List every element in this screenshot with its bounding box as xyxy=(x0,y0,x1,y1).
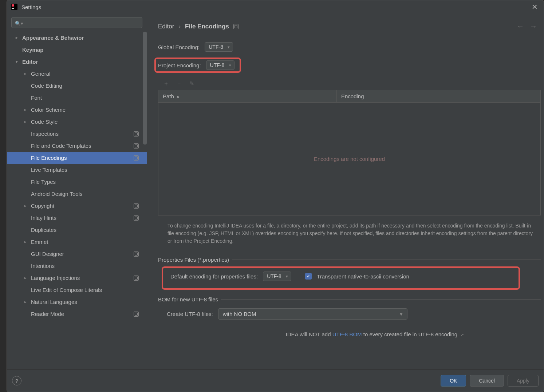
sidebar-item[interactable]: Language Injections xyxy=(7,272,147,284)
cfg-scope-icon xyxy=(134,155,139,161)
add-icon[interactable]: ＋ xyxy=(163,80,169,88)
properties-section-header: Properties Files (*.properties) xyxy=(158,257,541,263)
encodings-table: Path ▲ Encoding Encodings are not config… xyxy=(158,90,541,215)
chevron-right-icon xyxy=(23,203,28,208)
sidebar-item[interactable]: Reader Mode xyxy=(7,308,147,320)
help-button[interactable]: ? xyxy=(12,376,21,385)
global-encoding-label: Global Encoding: xyxy=(158,44,200,50)
sidebar-item-label: Color Scheme xyxy=(31,107,66,113)
cfg-scope-icon xyxy=(134,276,139,281)
sidebar-item-label: Code Editing xyxy=(31,83,62,89)
global-encoding-dropdown[interactable]: UTF-8 xyxy=(205,42,233,52)
cfg-scope-icon xyxy=(134,143,139,149)
sidebar-item-label: Code Style xyxy=(31,119,58,125)
apply-button[interactable]: Apply xyxy=(508,375,539,387)
chevron-right-icon xyxy=(23,239,28,244)
cfg-scope-icon xyxy=(134,312,139,317)
dialog-footer: ? OK Cancel Apply xyxy=(7,369,544,392)
main-panel: Editor › File Encodings ← → Global Encod… xyxy=(147,15,544,369)
sidebar-item[interactable]: Duplicates xyxy=(7,224,147,236)
settings-tree[interactable]: Appearance & BehaviorKeymapEditorGeneral… xyxy=(7,32,147,369)
sidebar-item-label: Inspections xyxy=(31,131,59,137)
column-header-path[interactable]: Path ▲ xyxy=(158,90,337,102)
sidebar-item[interactable]: File and Code Templates xyxy=(7,140,147,152)
properties-default-dropdown[interactable]: UTF-8 xyxy=(263,272,291,281)
sidebar-item-label: Reader Mode xyxy=(31,311,64,317)
utf8-bom-link[interactable]: UTF-8 BOM xyxy=(332,331,362,337)
edit-icon[interactable]: ✎ xyxy=(189,80,194,88)
sidebar-item[interactable]: Keymap xyxy=(7,44,147,56)
sidebar-item[interactable]: GUI Designer xyxy=(7,248,147,260)
svg-rect-1 xyxy=(12,4,14,7)
sidebar-item[interactable]: Inlay Hints xyxy=(7,212,147,224)
cfg-scope-icon xyxy=(134,131,139,136)
sidebar-item[interactable]: Live Templates xyxy=(7,164,147,176)
chevron-right-icon xyxy=(23,107,28,112)
native-to-ascii-label[interactable]: Transparent native-to-ascii conversion xyxy=(317,273,409,280)
global-encoding-row: Global Encoding: UTF-8 xyxy=(158,40,541,54)
sidebar-item-label: File Encodings xyxy=(31,155,67,161)
sort-asc-icon: ▲ xyxy=(176,94,180,98)
sidebar-item-label: General xyxy=(31,71,50,77)
bom-note: IDEA will NOT add UTF-8 BOM to every cre… xyxy=(158,325,541,337)
sidebar-item[interactable]: Copyright xyxy=(7,200,147,212)
sidebar-item[interactable]: Code Style xyxy=(7,116,147,128)
external-link-icon: ↗ xyxy=(460,332,464,337)
sidebar: 🔍▾ Appearance & BehaviorKeymapEditorGene… xyxy=(7,15,147,369)
table-toolbar: ＋ － ✎ xyxy=(158,79,541,90)
chevron-down-icon xyxy=(14,59,19,64)
sidebar-item-label: Live Edit of Compose Literals xyxy=(31,287,102,293)
sidebar-item-label: Live Templates xyxy=(31,167,67,173)
breadcrumb-current: File Encodings xyxy=(185,23,229,30)
sidebar-item[interactable]: Code Editing xyxy=(7,80,147,92)
sidebar-item-label: File Types xyxy=(31,179,56,185)
remove-icon[interactable]: － xyxy=(176,80,182,88)
table-empty-message: Encodings are not configured xyxy=(158,103,540,215)
breadcrumb-parent[interactable]: Editor xyxy=(158,23,174,30)
chevron-right-icon xyxy=(23,276,28,280)
sidebar-item[interactable]: File Encodings xyxy=(7,152,147,164)
breadcrumb: Editor › File Encodings ← → xyxy=(158,22,541,31)
sidebar-item[interactable]: Inspections xyxy=(7,128,147,140)
chevron-right-icon xyxy=(23,71,28,76)
project-encoding-label: Project Encoding: xyxy=(158,62,201,68)
create-utf8-row: Create UTF-8 files: with NO BOM xyxy=(167,306,541,322)
column-header-encoding[interactable]: Encoding xyxy=(337,90,540,102)
sidebar-item-label: Duplicates xyxy=(31,227,56,233)
sidebar-item[interactable]: File Types xyxy=(7,176,147,188)
settings-dialog: Settings ✕ 🔍▾ Appearance & BehaviorKeyma… xyxy=(7,0,544,392)
nav-back-icon[interactable]: ← xyxy=(517,22,524,31)
sidebar-item[interactable]: Live Edit of Compose Literals xyxy=(7,284,147,296)
sidebar-item[interactable]: General xyxy=(7,68,147,80)
project-encoding-dropdown[interactable]: UTF-8 xyxy=(206,60,234,70)
ok-button[interactable]: OK xyxy=(441,375,466,387)
sidebar-item[interactable]: Color Scheme xyxy=(7,104,147,116)
sidebar-item-label: Natural Languages xyxy=(31,299,77,305)
search-input[interactable] xyxy=(11,17,142,28)
close-icon[interactable]: ✕ xyxy=(529,3,540,11)
chevron-right-icon xyxy=(23,119,28,124)
sidebar-item[interactable]: Emmet xyxy=(7,236,147,248)
sidebar-item[interactable]: Intentions xyxy=(7,260,147,272)
sidebar-item-label: Emmet xyxy=(31,239,48,245)
svg-rect-2 xyxy=(12,8,14,9)
native-to-ascii-checkbox[interactable]: ✓ xyxy=(305,273,312,280)
sidebar-item[interactable]: Natural Languages xyxy=(7,296,147,308)
create-utf8-label: Create UTF-8 files: xyxy=(167,311,213,317)
cfg-scope-icon[interactable] xyxy=(233,24,239,29)
cfg-scope-icon xyxy=(134,203,139,209)
nav-forward-icon[interactable]: → xyxy=(530,22,537,31)
sidebar-item[interactable]: Appearance & Behavior xyxy=(7,32,147,44)
sidebar-item-label: Android Design Tools xyxy=(31,191,82,197)
sidebar-item[interactable]: Font xyxy=(7,92,147,104)
help-paragraph: To change encoding IntelliJ IDEA uses fo… xyxy=(158,215,541,250)
cfg-scope-icon xyxy=(134,252,139,257)
sidebar-item-label: Copyright xyxy=(31,203,54,209)
sidebar-item[interactable]: Android Design Tools xyxy=(7,188,147,200)
chevron-right-icon xyxy=(14,35,19,40)
sidebar-item[interactable]: Editor xyxy=(7,56,147,68)
sidebar-item-label: Intentions xyxy=(31,263,55,269)
create-utf8-dropdown[interactable]: with NO BOM xyxy=(218,308,407,320)
cfg-scope-icon xyxy=(134,215,139,221)
cancel-button[interactable]: Cancel xyxy=(470,375,504,387)
